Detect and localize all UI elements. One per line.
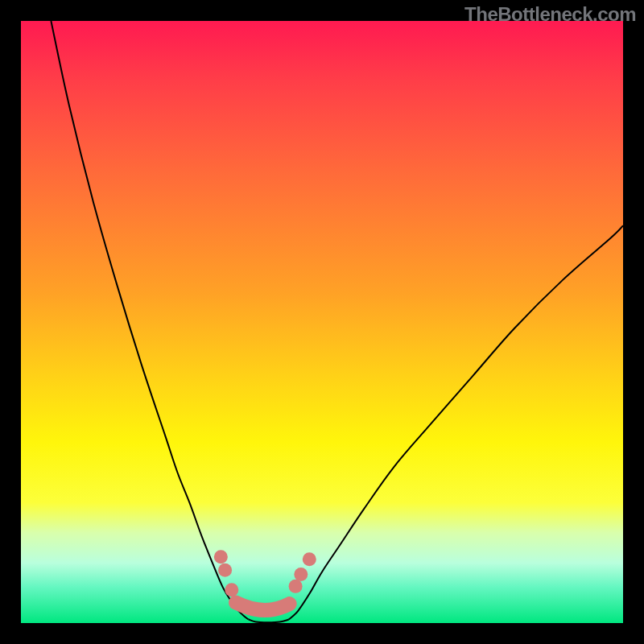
right-curve <box>289 225 623 619</box>
valley-floor <box>249 620 289 623</box>
watermark-text: TheBottleneck.com <box>464 3 636 26</box>
marker-dot <box>289 580 303 593</box>
marker-dot <box>303 552 316 566</box>
marker-dot <box>218 564 232 577</box>
marker-dot <box>225 583 238 597</box>
chart-plot-area <box>21 21 623 623</box>
marker-dot <box>294 568 308 581</box>
highlight-markers <box>214 550 316 597</box>
chart-svg <box>21 21 623 623</box>
left-curve <box>51 21 248 620</box>
marker-dot <box>214 550 228 564</box>
chart-frame: TheBottleneck.com <box>0 0 644 644</box>
highlight-bar <box>236 603 290 610</box>
